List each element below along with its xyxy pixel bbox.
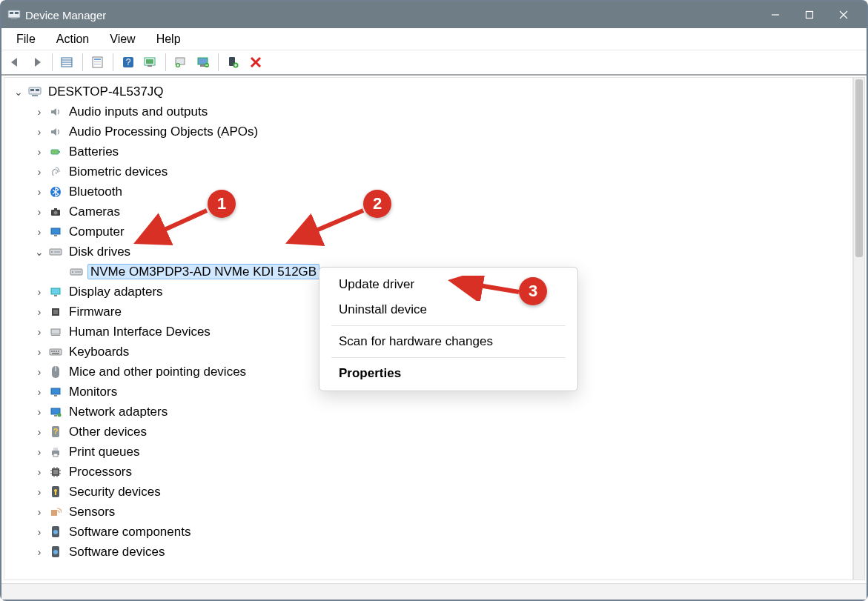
properties-button[interactable] <box>87 53 108 72</box>
chevron-right-icon[interactable]: › <box>33 407 46 417</box>
chevron-right-icon[interactable]: › <box>33 187 46 197</box>
chevron-right-icon[interactable]: › <box>33 367 46 377</box>
tree-item-label: Bluetooth <box>67 185 125 199</box>
chevron-right-icon[interactable]: › <box>33 527 46 537</box>
show-hidden-button[interactable] <box>57 53 78 72</box>
chevron-right-icon[interactable]: › <box>33 207 46 217</box>
chevron-right-icon[interactable]: › <box>33 227 46 237</box>
ctx-properties[interactable]: Properties <box>319 361 577 386</box>
maximize-button[interactable] <box>792 1 826 28</box>
tree-item-sensors[interactable]: ›Sensors <box>33 502 852 522</box>
tree-item-sw-components[interactable]: ›Software components <box>33 522 852 542</box>
disk-icon <box>68 265 85 279</box>
tree-item-label: Processors <box>67 465 134 479</box>
tree-item-printq[interactable]: ›Print queues <box>33 442 852 462</box>
enable-device-button[interactable] <box>223 53 244 72</box>
chevron-right-icon[interactable]: › <box>33 547 46 557</box>
scroll-thumb[interactable] <box>855 79 863 257</box>
chevron-down-icon[interactable]: ⌄ <box>33 247 46 257</box>
svg-point-36 <box>54 210 58 214</box>
device-manager-window: Device Manager File Action View Help ? <box>0 0 868 601</box>
chevron-right-icon[interactable]: › <box>33 107 46 117</box>
svg-rect-20 <box>148 65 152 67</box>
speaker-icon <box>47 104 64 119</box>
svg-rect-51 <box>51 335 60 336</box>
svg-rect-14 <box>94 62 101 62</box>
chevron-right-icon[interactable]: › <box>33 127 46 137</box>
tree-item-label: Other devices <box>67 425 149 439</box>
sensor-icon <box>47 505 64 519</box>
uninstall-button[interactable] <box>193 53 213 72</box>
disk-icon <box>47 245 64 259</box>
menu-view[interactable]: View <box>99 30 145 48</box>
tree-item-sw-devices[interactable]: ›Software devices <box>33 542 852 562</box>
tree-item-label: Software devices <box>67 545 167 559</box>
svg-rect-56 <box>58 351 59 352</box>
chevron-right-icon[interactable]: › <box>33 427 46 437</box>
close-button[interactable] <box>826 1 861 28</box>
chevron-right-icon[interactable]: › <box>33 147 46 157</box>
chevron-right-icon[interactable]: › <box>33 387 46 397</box>
vertical-scrollbar[interactable] <box>853 77 865 580</box>
menu-action[interactable]: Action <box>46 30 99 48</box>
tree-root[interactable]: ⌄ DESKTOP-4L537JQ <box>12 82 852 102</box>
separator <box>331 325 566 326</box>
tree-item-computer[interactable]: ›Computer <box>33 222 852 242</box>
svg-rect-29 <box>30 89 34 91</box>
app-icon <box>7 8 21 21</box>
chevron-right-icon[interactable]: › <box>33 167 46 177</box>
scan-hardware-button[interactable] <box>140 53 161 72</box>
speaker-icon <box>47 124 64 139</box>
svg-rect-42 <box>54 251 60 253</box>
tree-item-apo[interactable]: ›Audio Processing Objects (APOs) <box>33 122 852 142</box>
software-icon <box>47 525 64 539</box>
menu-file[interactable]: File <box>6 30 46 48</box>
svg-rect-47 <box>54 295 57 296</box>
chevron-right-icon[interactable]: › <box>33 487 46 497</box>
tree-item-label: Mice and other pointing devices <box>67 365 248 379</box>
svg-rect-3 <box>11 18 17 19</box>
chevron-right-icon[interactable]: › <box>33 287 46 297</box>
svg-rect-62 <box>54 415 57 416</box>
tree-item-network[interactable]: ›Network adapters <box>33 402 852 422</box>
svg-rect-54 <box>53 351 55 352</box>
svg-rect-67 <box>53 448 58 451</box>
menu-help[interactable]: Help <box>146 30 191 48</box>
tree-item-audio-io[interactable]: ›Audio inputs and outputs <box>33 102 852 122</box>
titlebar: Device Manager <box>1 1 867 28</box>
svg-rect-60 <box>54 395 57 396</box>
help-button[interactable]: ? <box>118 53 139 72</box>
update-driver-button[interactable] <box>170 53 191 72</box>
tree-item-other[interactable]: ›?Other devices <box>33 422 852 442</box>
selected-device-label: NVMe OM3PDP3-AD NVMe KDI 512GB <box>87 264 319 279</box>
chevron-right-icon[interactable]: › <box>33 307 46 317</box>
tree-item-disk-drives[interactable]: ⌄Disk drives <box>33 242 852 262</box>
tree-item-cameras[interactable]: ›Cameras <box>33 202 852 222</box>
chevron-right-icon[interactable]: › <box>33 327 46 337</box>
computer-icon <box>27 84 43 99</box>
chevron-right-icon[interactable]: › <box>33 447 46 457</box>
tree-item-biometric[interactable]: ›Biometric devices <box>33 162 852 182</box>
tree-item-security[interactable]: ›Security devices <box>33 482 852 502</box>
svg-rect-2 <box>15 12 19 14</box>
disable-device-button[interactable] <box>245 53 266 72</box>
back-button[interactable] <box>4 53 25 72</box>
tree-item-processors[interactable]: ›Processors <box>33 462 852 482</box>
chevron-right-icon[interactable]: › <box>33 467 46 477</box>
svg-rect-38 <box>51 228 60 234</box>
callout-3: 3 <box>519 277 547 305</box>
svg-rect-30 <box>36 89 39 91</box>
ctx-scan-hardware[interactable]: Scan for hardware changes <box>319 329 577 354</box>
tree-item-bluetooth[interactable]: ›Bluetooth <box>33 182 852 202</box>
svg-rect-32 <box>51 150 59 154</box>
tree-item-batteries[interactable]: ›Batteries <box>33 142 852 162</box>
printer-icon <box>47 445 64 459</box>
chevron-down-icon[interactable]: ⌄ <box>12 87 25 97</box>
minimize-button[interactable] <box>758 1 792 28</box>
chevron-right-icon[interactable]: › <box>33 347 46 357</box>
svg-rect-31 <box>32 95 38 96</box>
forward-button[interactable] <box>27 53 47 72</box>
chevron-right-icon[interactable]: › <box>33 507 46 517</box>
camera-icon <box>47 205 64 219</box>
tree-item-label: Firmware <box>67 305 124 319</box>
